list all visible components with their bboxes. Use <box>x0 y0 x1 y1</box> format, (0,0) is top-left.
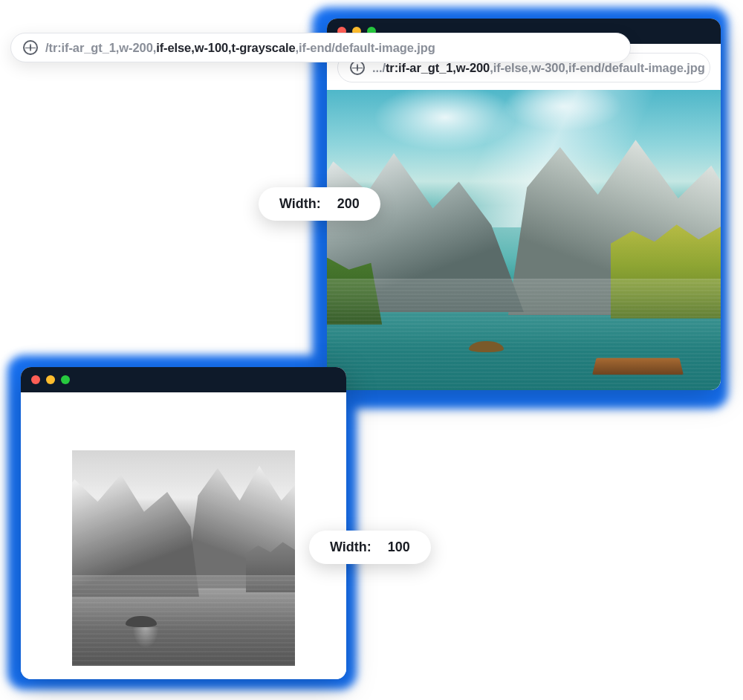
viewport <box>21 441 346 679</box>
lake-image-color <box>327 90 721 390</box>
width-value: 200 <box>337 196 360 212</box>
width-value: 100 <box>388 539 410 555</box>
water-reflection <box>72 575 295 666</box>
boat <box>126 616 157 627</box>
url-segment-dim: ,if-else,w-300,if-end <box>490 61 601 74</box>
titlebar <box>21 367 346 392</box>
browser-window-bottom <box>21 367 346 679</box>
urlbar-wrap <box>21 392 346 441</box>
url-bar[interactable]: /tr:if-ar_gt_1,w-200,if-else,w-100,t-gra… <box>10 33 631 62</box>
url-prefix: .../ <box>372 61 386 74</box>
url-segment-dim: ,if-end <box>296 41 332 54</box>
boat-wake <box>130 627 161 658</box>
width-badge-top: Width: 200 <box>259 187 380 221</box>
globe-icon <box>350 60 365 75</box>
url-segment-bold: if-else,w-100,t-grayscale <box>156 41 295 54</box>
close-icon[interactable] <box>31 375 40 384</box>
minimize-icon[interactable] <box>46 375 55 384</box>
viewport <box>327 90 721 390</box>
url-prefix: /tr:if-ar_gt_1,w-200, <box>45 41 156 54</box>
browser-window-top: .../tr:if-ar_gt_1,w-200,if-else,w-300,if… <box>327 19 721 390</box>
url-text: /tr:if-ar_gt_1,w-200,if-else,w-100,t-gra… <box>45 41 435 55</box>
lake-image-grayscale <box>72 450 295 666</box>
width-label: Width: <box>279 196 321 212</box>
boat <box>469 341 504 351</box>
width-badge-bottom: Width: 100 <box>309 531 431 564</box>
dock <box>593 358 684 375</box>
url-segment-path: /default-image.jpg <box>601 61 704 74</box>
globe-icon <box>23 40 38 55</box>
url-segment-path: /default-image.jpg <box>331 41 435 54</box>
url-segment-bold: tr:if-ar_gt_1,w-200 <box>386 61 490 74</box>
width-label: Width: <box>330 539 372 555</box>
url-text: .../tr:if-ar_gt_1,w-200,if-else,w-300,if… <box>372 61 705 75</box>
maximize-icon[interactable] <box>61 375 70 384</box>
